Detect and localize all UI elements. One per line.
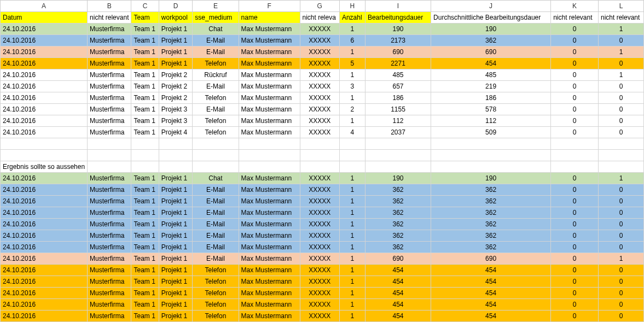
cell-I[interactable]: 190 — [365, 24, 431, 35]
cell-J[interactable]: 690 — [431, 253, 551, 265]
cell-J[interactable]: 362 — [431, 219, 551, 230]
cell-F[interactable]: Max Mustermann — [239, 196, 300, 207]
cell-G[interactable]: XXXXX — [300, 253, 339, 265]
cell-J[interactable]: 454 — [431, 276, 551, 288]
header-cell-J[interactable]: Durchschnittliche Bearbeitungsdauer — [431, 12, 551, 24]
cell-F[interactable]: Max Mustermann — [239, 311, 300, 322]
cell-L[interactable]: 0 — [598, 58, 643, 69]
cell-I[interactable]: 362 — [365, 230, 431, 242]
cell-L[interactable]: 0 — [598, 230, 643, 242]
cell-J[interactable]: 219 — [431, 81, 551, 92]
header-cell-G[interactable]: nicht releva — [300, 12, 339, 24]
cell-J[interactable]: 362 — [431, 184, 551, 196]
cell-I[interactable]: 485 — [365, 69, 431, 81]
empty-cell[interactable] — [88, 138, 131, 150]
cell-D[interactable]: Projekt 1 — [159, 265, 192, 276]
cell-A[interactable]: 24.10.2016 — [1, 81, 88, 92]
empty-cell[interactable] — [598, 161, 643, 173]
header-cell-H[interactable]: Anzahl — [339, 12, 365, 24]
cell-J[interactable]: 454 — [431, 265, 551, 276]
cell-E[interactable]: E-Mail — [193, 35, 239, 46]
empty-cell[interactable] — [365, 138, 431, 150]
cell-E[interactable]: E-Mail — [193, 196, 239, 207]
cell-A[interactable]: 24.10.2016 — [1, 115, 88, 127]
cell-H[interactable]: 1 — [339, 253, 365, 265]
cell-E[interactable]: Telefon — [193, 127, 239, 138]
cell-C[interactable]: Team 1 — [131, 299, 159, 311]
cell-H[interactable]: 1 — [339, 276, 365, 288]
cell-F[interactable]: Max Mustermann — [239, 46, 300, 58]
column-header-E[interactable]: E — [193, 1, 239, 12]
cell-F[interactable]: Max Mustermann — [239, 219, 300, 230]
cell-D[interactable]: Projekt 1 — [159, 173, 192, 184]
cell-I[interactable]: 362 — [365, 196, 431, 207]
cell-B[interactable]: Musterfirma — [88, 173, 131, 184]
cell-F[interactable]: Max Mustermann — [239, 127, 300, 138]
cell-K[interactable]: 0 — [551, 127, 599, 138]
cell-E[interactable]: Telefon — [193, 115, 239, 127]
cell-L[interactable]: 0 — [598, 115, 643, 127]
empty-cell[interactable] — [193, 161, 239, 173]
cell-E[interactable]: E-Mail — [193, 81, 239, 92]
empty-cell[interactable] — [1, 150, 88, 161]
cell-H[interactable]: 1 — [339, 242, 365, 253]
cell-H[interactable]: 1 — [339, 311, 365, 322]
cell-A[interactable]: 24.10.2016 — [1, 46, 88, 58]
empty-cell[interactable] — [551, 138, 599, 150]
cell-E[interactable]: Chat — [193, 173, 239, 184]
empty-cell[interactable] — [239, 138, 300, 150]
cell-I[interactable]: 454 — [365, 288, 431, 299]
cell-J[interactable]: 362 — [431, 207, 551, 219]
cell-B[interactable]: Musterfirma — [88, 288, 131, 299]
cell-K[interactable]: 0 — [551, 35, 599, 46]
cell-C[interactable]: Team 1 — [131, 242, 159, 253]
cell-F[interactable]: Max Mustermann — [239, 253, 300, 265]
cell-B[interactable]: Musterfirma — [88, 196, 131, 207]
cell-B[interactable]: Musterfirma — [88, 127, 131, 138]
cell-H[interactable]: 1 — [339, 230, 365, 242]
cell-C[interactable]: Team 1 — [131, 115, 159, 127]
cell-H[interactable]: 1 — [339, 92, 365, 104]
cell-I[interactable]: 454 — [365, 299, 431, 311]
cell-J[interactable]: 509 — [431, 127, 551, 138]
empty-cell[interactable] — [339, 161, 365, 173]
cell-J[interactable]: 362 — [431, 230, 551, 242]
cell-G[interactable]: XXXXX — [300, 265, 339, 276]
cell-G[interactable]: XXXXX — [300, 104, 339, 115]
cell-F[interactable]: Max Mustermann — [239, 92, 300, 104]
cell-E[interactable]: E-Mail — [193, 253, 239, 265]
cell-D[interactable]: Projekt 1 — [159, 24, 192, 35]
cell-D[interactable]: Projekt 1 — [159, 253, 192, 265]
cell-B[interactable]: Musterfirma — [88, 242, 131, 253]
empty-cell[interactable] — [131, 161, 159, 173]
cell-D[interactable]: Projekt 1 — [159, 311, 192, 322]
cell-B[interactable]: Musterfirma — [88, 104, 131, 115]
empty-cell[interactable] — [193, 150, 239, 161]
column-header-A[interactable]: A — [1, 1, 88, 12]
cell-C[interactable]: Team 1 — [131, 35, 159, 46]
cell-C[interactable]: Team 1 — [131, 311, 159, 322]
column-header-F[interactable]: F — [239, 1, 300, 12]
cell-I[interactable]: 190 — [365, 173, 431, 184]
cell-H[interactable]: 1 — [339, 265, 365, 276]
empty-cell[interactable] — [431, 161, 551, 173]
cell-D[interactable]: Projekt 1 — [159, 242, 192, 253]
cell-E[interactable]: Telefon — [193, 288, 239, 299]
cell-H[interactable]: 1 — [339, 115, 365, 127]
cell-H[interactable]: 1 — [339, 69, 365, 81]
empty-cell[interactable] — [598, 150, 643, 161]
empty-cell[interactable] — [339, 150, 365, 161]
cell-B[interactable]: Musterfirma — [88, 207, 131, 219]
cell-F[interactable]: Max Mustermann — [239, 265, 300, 276]
cell-D[interactable]: Projekt 1 — [159, 299, 192, 311]
cell-G[interactable]: XXXXX — [300, 92, 339, 104]
cell-L[interactable]: 1 — [598, 173, 643, 184]
cell-A[interactable]: 24.10.2016 — [1, 184, 88, 196]
column-header-D[interactable]: D — [159, 1, 192, 12]
empty-cell[interactable] — [300, 150, 339, 161]
cell-B[interactable]: Musterfirma — [88, 219, 131, 230]
cell-H[interactable]: 1 — [339, 196, 365, 207]
cell-K[interactable]: 0 — [551, 230, 599, 242]
cell-H[interactable]: 4 — [339, 127, 365, 138]
empty-cell[interactable] — [88, 150, 131, 161]
